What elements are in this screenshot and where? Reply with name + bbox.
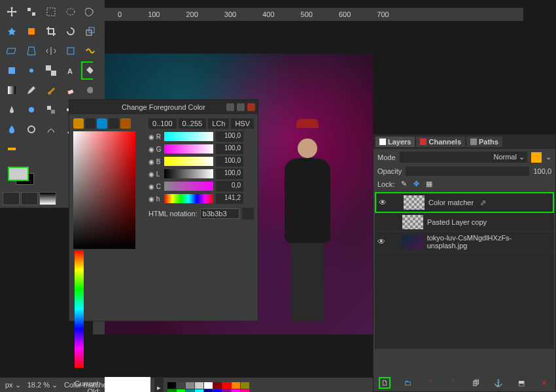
palette-swatch[interactable]: [195, 389, 203, 393]
tool-checker[interactable]: [42, 61, 60, 80]
model-palette-icon[interactable]: [120, 118, 131, 129]
slider-label-h[interactable]: ◉ h: [148, 195, 162, 203]
tool-perspective[interactable]: [22, 42, 41, 60]
tool-rect-select[interactable]: [42, 3, 60, 21]
tool-rotate[interactable]: [61, 22, 80, 41]
tool-paths[interactable]: [42, 120, 60, 139]
palette-swatch[interactable]: [167, 382, 176, 389]
palette-swatch[interactable]: [186, 389, 194, 393]
html-notation-input[interactable]: [200, 208, 239, 219]
tool-eraser[interactable]: [61, 81, 80, 99]
slider-bar-B[interactable]: [164, 157, 213, 166]
slider-value-B[interactable]: 100,0: [216, 156, 243, 167]
tool-unified[interactable]: [3, 61, 21, 80]
close-icon[interactable]: [247, 103, 255, 111]
tool-crop[interactable]: [42, 22, 60, 41]
slider-bar-C[interactable]: [164, 182, 213, 191]
new-group-button[interactable]: 🗀: [402, 377, 413, 389]
model-cmyk-icon[interactable]: [85, 118, 96, 129]
tool-by-color[interactable]: [22, 22, 41, 41]
palette-swatch[interactable]: [232, 382, 240, 389]
tool-flip[interactable]: [42, 42, 60, 60]
palette-swatch[interactable]: [222, 382, 231, 389]
tool-scale[interactable]: [81, 22, 99, 41]
palette-swatch[interactable]: [213, 389, 222, 393]
palette-swatch[interactable]: [167, 389, 176, 393]
slider-value-R[interactable]: 100,0: [216, 131, 243, 142]
pattern-preset[interactable]: [21, 192, 38, 205]
tool-fuzzy[interactable]: [3, 22, 21, 41]
tool-pencil[interactable]: [22, 81, 41, 99]
brush-preset[interactable]: [3, 192, 20, 205]
layer-item[interactable]: Pasted Layer copy: [375, 213, 554, 232]
visibility-icon[interactable]: 👁: [379, 198, 388, 207]
lock-pixels-icon[interactable]: ✎: [401, 180, 407, 188]
lower-layer-button[interactable]: ˅: [447, 377, 459, 389]
range-0-100-button[interactable]: 0..100: [148, 118, 177, 129]
tab-channels[interactable]: Channels: [416, 137, 465, 147]
tool-dodge[interactable]: [22, 120, 41, 139]
anchor-layer-button[interactable]: ⚓: [493, 377, 504, 389]
tool-ink[interactable]: [3, 101, 21, 119]
palette-swatch[interactable]: [241, 389, 249, 393]
tool-align[interactable]: [22, 3, 41, 21]
slider-label-G[interactable]: ◉ G: [148, 146, 162, 153]
tool-cage[interactable]: [61, 42, 80, 60]
eyedropper-icon[interactable]: [242, 208, 254, 220]
palette-swatch[interactable]: [204, 382, 213, 389]
model-wheel-icon[interactable]: [109, 118, 119, 129]
mode-dropdown[interactable]: Normal ⌄: [400, 152, 527, 163]
palette-swatch[interactable]: [222, 389, 231, 393]
tool-gradient[interactable]: [3, 81, 21, 99]
layer-name[interactable]: tokyo-luv-CsMNgdlHXzFs-unsplash.jpg: [427, 234, 551, 250]
slider-value-C[interactable]: 0,0: [216, 181, 243, 191]
palette-swatch[interactable]: [232, 389, 240, 393]
mode-expand-icon[interactable]: ⌄: [546, 153, 551, 161]
slider-label-L[interactable]: ◉ L: [148, 171, 162, 178]
gradient-preset[interactable]: [39, 192, 56, 205]
current-old-swatch[interactable]: [105, 377, 150, 392]
layer-name[interactable]: Pasted Layer copy: [427, 218, 487, 226]
tool-handle[interactable]: [22, 61, 41, 80]
lock-alpha-icon[interactable]: ▦: [426, 180, 432, 188]
model-watercolor-icon[interactable]: [97, 118, 107, 129]
slider-label-R[interactable]: ◉ R: [148, 133, 162, 140]
duplicate-layer-button[interactable]: 🗐: [470, 377, 481, 389]
palette-swatch[interactable]: [241, 382, 249, 389]
slider-label-B[interactable]: ◉ B: [148, 158, 162, 165]
layer-name[interactable]: Color matcher: [428, 199, 474, 206]
tool-paintbrush[interactable]: [42, 81, 60, 99]
palette-swatch[interactable]: [177, 382, 185, 389]
mode-switch-icon[interactable]: [531, 152, 542, 163]
slider-bar-G[interactable]: [164, 144, 213, 154]
layer-item[interactable]: 👁 Color matcher ⬀: [375, 192, 554, 213]
visibility-icon[interactable]: 👁: [377, 237, 387, 246]
tool-ellipse-select[interactable]: [61, 3, 80, 21]
palette-swatch[interactable]: [204, 389, 213, 393]
tool-shear[interactable]: [3, 42, 21, 60]
palette-swatch[interactable]: [177, 389, 185, 393]
model-gimp-icon[interactable]: [73, 118, 84, 129]
palette-swatch[interactable]: [195, 382, 203, 389]
slider-bar-R[interactable]: [164, 132, 213, 141]
tool-free-select[interactable]: [81, 3, 99, 21]
slider-label-C[interactable]: ◉ C: [148, 183, 162, 190]
delete-layer-button[interactable]: ✕: [538, 377, 550, 389]
palette-swatch[interactable]: [186, 382, 194, 389]
slider-bar-h[interactable]: [164, 194, 213, 203]
tool-move[interactable]: [3, 3, 21, 21]
add-to-palette-icon[interactable]: ▸: [154, 377, 164, 392]
dialog-titlebar[interactable]: Change Foreground Color: [69, 100, 258, 114]
palette-swatch[interactable]: [213, 382, 222, 389]
minimize-icon[interactable]: [226, 103, 234, 111]
tool-measure[interactable]: [3, 140, 21, 158]
new-layer-button[interactable]: 🗋: [379, 377, 391, 389]
slider-value-h[interactable]: 141,2: [216, 193, 243, 204]
zoom-dropdown[interactable]: 18.2 % ⌄: [27, 381, 58, 389]
tool-mypaint[interactable]: [22, 101, 41, 119]
slider-value-G[interactable]: 100,0: [216, 144, 243, 154]
tool-text[interactable]: A: [61, 61, 80, 80]
model-hsv-button[interactable]: HSV: [231, 118, 254, 129]
merge-layer-button[interactable]: ⬒: [515, 377, 527, 389]
model-lch-button[interactable]: LCh: [208, 118, 229, 129]
